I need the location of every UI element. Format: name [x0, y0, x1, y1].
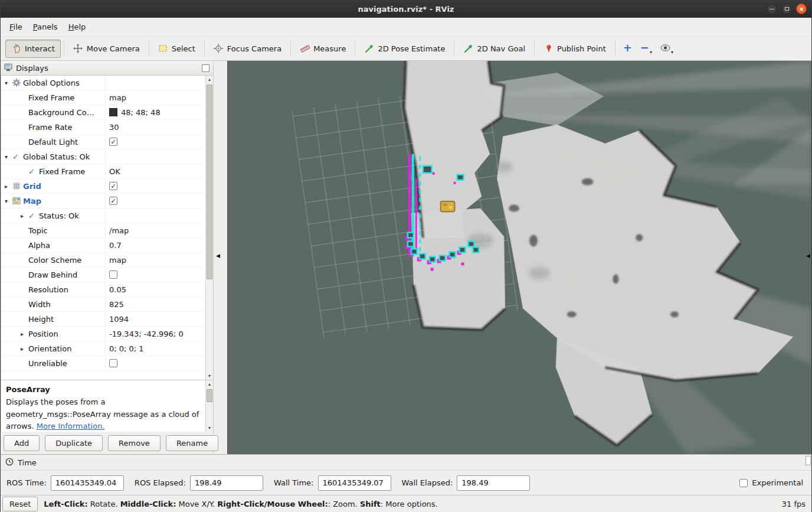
scrollbar-thumb[interactable] [207, 389, 212, 402]
property-row-unreliable[interactable]: Unreliable [1, 356, 205, 371]
property-checkbox[interactable]: ✓ [109, 197, 117, 205]
expander-closed-icon[interactable]: ▸ [21, 345, 28, 352]
tool-2d-nav-goal[interactable]: 2D Nav Goal [457, 40, 531, 58]
maximize-button[interactable] [781, 4, 792, 14]
add-tool-plus-button[interactable]: + [623, 44, 632, 53]
wall-time-input[interactable] [318, 475, 391, 491]
property-value[interactable]: ✓ [105, 135, 205, 149]
tool-publish-point[interactable]: Publish Point [538, 40, 612, 58]
add-button[interactable]: Add [4, 435, 40, 451]
property-value[interactable]: ✓ [105, 179, 205, 193]
property-row-orientation[interactable]: ▸Orientation0; 0; 0; 1 [1, 341, 205, 356]
property-row-topic[interactable]: Topic/map [1, 223, 205, 238]
tool-measure[interactable]: Measure [294, 40, 352, 58]
property-value[interactable]: 48; 48; 48 [105, 105, 205, 119]
property-row-position[interactable]: ▸Position-19.343; -42.996; 0 [1, 327, 205, 341]
property-value[interactable]: -19.343; -42.996; 0 [105, 327, 205, 341]
property-value[interactable]: map [105, 253, 205, 267]
property-row-resolution[interactable]: Resolution0.05 [1, 282, 205, 297]
property-name: Height [28, 315, 54, 324]
property-row-width[interactable]: Width825 [1, 297, 205, 312]
remove-button[interactable]: Remove [108, 435, 161, 451]
menu-help[interactable]: Help [63, 19, 91, 34]
duplicate-button[interactable]: Duplicate [45, 435, 103, 451]
toolbar-separator [64, 41, 64, 56]
tool-select[interactable]: Select [152, 40, 201, 58]
reset-button[interactable]: Reset [2, 497, 38, 511]
property-row-background-co[interactable]: Background Co…48; 48; 48 [1, 105, 205, 120]
property-row-draw-behind[interactable]: Draw Behind [1, 268, 205, 282]
property-checkbox[interactable] [109, 359, 117, 367]
splitter-collapse-icon[interactable]: ◀ [216, 253, 220, 259]
property-row-fixed-frame[interactable]: Fixed Framemap [1, 90, 205, 105]
expander-open-icon[interactable]: ▾ [5, 198, 12, 204]
property-row-global-options[interactable]: ▾Global Options [1, 76, 205, 90]
description-scrollbar[interactable]: ▴ ▾ [205, 380, 213, 432]
property-row-global-status-ok[interactable]: ▾✓Global Status: Ok [1, 149, 205, 164]
menu-file[interactable]: File [4, 19, 28, 34]
expander-closed-icon[interactable]: ▸ [21, 213, 28, 219]
property-row-status-ok[interactable]: ▸✓Status: Ok [1, 208, 205, 223]
scrollbar-thumb[interactable] [207, 84, 212, 279]
property-checkbox[interactable] [109, 270, 117, 279]
property-value[interactable]: 0; 0; 0; 1 [105, 341, 205, 356]
tool-focus-camera[interactable]: Focus Camera [208, 40, 287, 58]
menu-panels[interactable]: Panels [28, 19, 63, 34]
3d-viewport[interactable]: ◀ [227, 61, 811, 454]
property-row-height[interactable]: Height1094 [1, 312, 205, 327]
property-row-fixed-frame[interactable]: ✓Fixed FrameOK [1, 164, 205, 179]
property-row-alpha[interactable]: Alpha0.7 [1, 238, 205, 253]
property-value[interactable]: ✓ [105, 194, 205, 208]
scroll-down-icon[interactable]: ▾ [206, 424, 213, 432]
property-row-default-light[interactable]: Default Light✓ [1, 135, 205, 149]
tool-move-camera[interactable]: Move Camera [67, 40, 146, 58]
panel-float-button[interactable] [202, 64, 209, 72]
time-panel-scrollbar[interactable] [806, 456, 811, 465]
property-value[interactable]: 0.05 [105, 282, 205, 296]
property-row-frame-rate[interactable]: Frame Rate30 [1, 120, 205, 135]
title-bar[interactable]: navigation.rviz* - RViz × [1, 0, 811, 18]
property-value[interactable]: 825 [105, 297, 205, 311]
property-value[interactable]: OK [105, 164, 205, 178]
dropdown-caret-icon[interactable]: ▾ [671, 50, 673, 55]
time-panel-header[interactable]: Time [1, 455, 811, 471]
close-button[interactable]: × [796, 4, 807, 14]
property-value[interactable]: map [105, 90, 205, 105]
more-information-link[interactable]: More Information. [37, 422, 105, 431]
property-value[interactable]: 1094 [105, 312, 205, 326]
property-value[interactable] [105, 356, 205, 370]
scroll-down-icon[interactable]: ▾ [206, 372, 213, 380]
property-value[interactable] [105, 268, 205, 282]
experimental-checkbox[interactable] [739, 479, 748, 487]
displays-tree-scrollbar[interactable]: ▴ ▾ [205, 76, 213, 380]
property-checkbox[interactable]: ✓ [109, 182, 117, 190]
wall-elapsed-input[interactable] [457, 475, 530, 491]
tool-properties-button[interactable]: ▾ [660, 44, 673, 53]
experimental-option[interactable]: Experimental [739, 478, 806, 487]
minimize-button[interactable] [767, 4, 777, 14]
property-value[interactable]: /map [105, 223, 205, 237]
rename-button[interactable]: Rename [166, 435, 218, 451]
property-checkbox[interactable]: ✓ [109, 138, 117, 146]
ros-time-input[interactable] [51, 475, 124, 491]
scroll-up-icon[interactable]: ▴ [206, 76, 213, 83]
panel-splitter[interactable]: ◀ [214, 61, 227, 454]
property-value[interactable]: 30 [105, 120, 205, 134]
tool-interact[interactable]: Interact [5, 40, 61, 58]
property-value[interactable]: 0.7 [105, 238, 205, 252]
property-row-color-scheme[interactable]: Color Schememap [1, 253, 205, 268]
expander-closed-icon[interactable]: ▸ [5, 183, 12, 190]
property-name: Default Light [28, 138, 78, 146]
scroll-up-icon[interactable]: ▴ [206, 380, 213, 388]
property-row-map[interactable]: ▾Map✓ [1, 194, 205, 208]
displays-panel-header[interactable]: Displays [1, 61, 213, 76]
property-row-grid[interactable]: ▸Grid✓ [1, 179, 205, 194]
tool-2d-pose-estimate[interactable]: 2D Pose Estimate [358, 40, 451, 58]
viewport-collapse-icon[interactable]: ◀ [806, 253, 810, 259]
ros-elapsed-input[interactable] [190, 475, 263, 491]
expander-open-icon[interactable]: ▾ [5, 154, 12, 160]
expander-closed-icon[interactable]: ▸ [21, 331, 28, 337]
dropdown-caret-icon[interactable]: ▾ [650, 50, 652, 55]
remove-tool-minus-button[interactable]: −▾ [640, 44, 652, 53]
expander-open-icon[interactable]: ▾ [5, 80, 12, 86]
